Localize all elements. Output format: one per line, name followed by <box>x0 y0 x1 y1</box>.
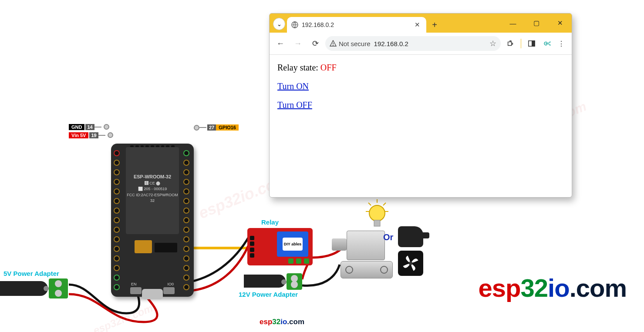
esp32-shield: ESP-WROOM-32 🅲 CE ⬤ ⬜ 205 - 000519 FCC I… <box>126 147 179 234</box>
relay-state-line: Relay state: OFF <box>277 63 564 73</box>
toolbar-icons: ⋮ <box>503 39 568 48</box>
pin-number-gpio: 27 <box>207 124 216 131</box>
svg-point-7 <box>409 262 413 265</box>
window-minimize-button[interactable]: — <box>501 13 525 33</box>
fan-icon <box>398 251 423 276</box>
window-close-button[interactable]: ✕ <box>548 13 572 33</box>
tab-title: 192.168.0.2 <box>302 21 409 28</box>
relay-input-header <box>250 236 254 258</box>
esp32-en-label: EN <box>131 282 137 286</box>
address-bar[interactable]: Not secure 192.168.0.2 ☆ <box>325 36 501 51</box>
screw-terminal-icon <box>287 273 302 290</box>
reading-mode-icon[interactable] <box>527 39 536 48</box>
pin-legend-left: GND 14 Vin 5V 19 <box>69 123 113 140</box>
tab-search-button[interactable]: ⌄ <box>273 18 285 30</box>
new-tab-button[interactable]: + <box>428 18 441 31</box>
svg-line-1 <box>368 203 371 205</box>
power-adapter-5v <box>0 278 63 298</box>
svg-rect-12 <box>532 41 535 47</box>
esp32-io0-label: IO0 <box>167 282 174 286</box>
lightbulb-icon <box>365 199 389 231</box>
tab-close-button[interactable]: ✕ <box>413 21 422 29</box>
screw-terminal-icon <box>49 278 68 298</box>
esp32-io0-button <box>163 287 175 294</box>
browser-window: ⌄ 192.168.0.2 ✕ + — ▢ ✕ ← → ⟳ Not secure… <box>269 13 572 198</box>
relay-state-prefix: Relay state: <box>277 63 320 72</box>
svg-point-5 <box>369 205 385 221</box>
brand-large: esp32io.com <box>479 273 627 302</box>
pin-label-gnd: GND <box>69 124 84 130</box>
label-12v-adapter: 12V Power Adapter <box>239 291 298 298</box>
esp32-pin-rail-left <box>114 150 121 290</box>
label-5v-adapter: 5V Power Adapter <box>3 270 59 277</box>
esp32-pin-rail-right <box>183 150 191 290</box>
svg-rect-6 <box>374 220 380 226</box>
esp32-shield-text: ESP-WROOM-32 🅲 CE ⬤ ⬜ 205 - 000519 FCC I… <box>126 173 179 204</box>
pin-label-vin: Vin 5V <box>69 132 88 138</box>
barrel-jack-icon <box>244 275 286 288</box>
browser-toolbar: ← → ⟳ Not secure 192.168.0.2 ☆ ⋮ <box>270 33 572 55</box>
page-content: Relay state: OFF Turn ON Turn OFF <box>270 55 572 127</box>
brand-small: esp32io.com <box>260 318 304 326</box>
relay-output-terminals <box>288 258 309 264</box>
globe-icon <box>291 21 298 28</box>
bookmark-star-button[interactable]: ☆ <box>489 39 496 48</box>
esp32-usb-ic <box>155 243 177 252</box>
diagram-stage: { "watermark": "esp32io.com", "pins": { … <box>0 0 644 332</box>
label-or: Or <box>383 232 393 242</box>
label-relay: Relay <box>261 218 279 226</box>
nav-back-button[interactable]: ← <box>273 36 288 51</box>
security-label: Not secure <box>339 40 371 47</box>
esp32-usb-port <box>142 289 163 299</box>
esp32-board: ESP-WROOM-32 🅲 CE ⬤ ⬜ 205 - 000519 FCC I… <box>111 144 194 297</box>
relay-badge: DIY ables <box>283 238 303 251</box>
svg-point-10 <box>333 45 334 46</box>
browser-tabstrip: ⌄ 192.168.0.2 ✕ + — ▢ ✕ <box>270 13 572 33</box>
arduino-extension-icon[interactable] <box>542 39 551 48</box>
esp32-regulator-ic <box>135 240 152 253</box>
extensions-icon[interactable] <box>506 39 515 48</box>
url-text: 192.168.0.2 <box>374 40 486 47</box>
pin-dot-icon <box>108 132 113 138</box>
warning-icon <box>330 40 337 47</box>
power-adapter-12v <box>244 273 305 290</box>
esp32-en-button <box>130 287 142 294</box>
link-turn-on[interactable]: Turn ON <box>277 81 309 91</box>
security-chip[interactable]: Not secure <box>330 40 371 47</box>
pin-dot-icon <box>104 124 109 130</box>
window-controls: — ▢ ✕ <box>501 13 572 33</box>
browser-tab[interactable]: 192.168.0.2 ✕ <box>287 17 426 33</box>
pin-label-gpio: GPIO16 <box>216 124 239 131</box>
nav-reload-button[interactable]: ⟳ <box>308 36 323 51</box>
relay-module: DIY ables <box>247 228 313 265</box>
relay-state-value: OFF <box>320 63 337 72</box>
pump-icon <box>398 226 423 247</box>
svg-line-2 <box>383 203 386 205</box>
watermark: esp32io.com <box>91 302 155 332</box>
separator <box>521 39 521 48</box>
pin-number-gnd: 14 <box>85 124 94 130</box>
link-turn-off[interactable]: Turn OFF <box>277 100 312 110</box>
browser-menu-button[interactable]: ⋮ <box>557 39 566 48</box>
pin-legend-right: 27 GPIO16 <box>192 124 239 131</box>
relay-cube: DIY ables <box>277 231 308 257</box>
nav-forward-button[interactable]: → <box>290 36 305 51</box>
window-maximize-button[interactable]: ▢ <box>525 13 548 33</box>
pin-number-vin: 19 <box>89 132 98 138</box>
pin-dot-icon <box>194 125 199 131</box>
barrel-jack-icon <box>0 281 48 296</box>
